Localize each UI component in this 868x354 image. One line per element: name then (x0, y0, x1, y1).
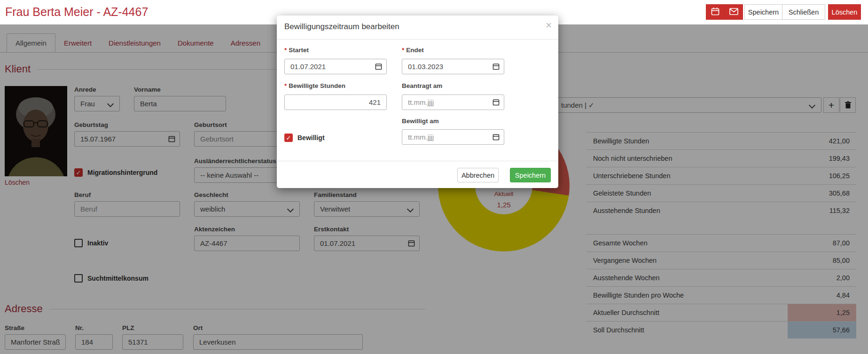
app-window: Frau Berta Meier - AZ-4467 Speichern Sch… (0, 0, 868, 354)
bewilligt-am-label: Bewilligt am (402, 118, 439, 125)
startet-field: 01.07.2021 (284, 59, 387, 74)
page-title: Frau Berta Meier - AZ-4467 (5, 5, 148, 19)
mail-button[interactable] (724, 4, 743, 20)
calendar-icon (493, 63, 500, 71)
checked-checkbox-icon: ✓ (284, 134, 293, 142)
endet-field: 01.03.2023 (402, 59, 504, 74)
bewilligt-am-date-input[interactable]: tt.mm.jjjj (402, 129, 504, 145)
startet-label: *Startet (284, 47, 309, 54)
dialog-save-button[interactable]: Speichern (510, 168, 551, 182)
beantragt-am-field: tt.mm.jjjj (402, 94, 504, 110)
endet-label: *Endet (402, 47, 424, 54)
calendar-button[interactable] (706, 4, 725, 20)
bewilligte-stunden-label: *Bewilligte Stunden (284, 82, 345, 89)
bewilligt-label: Bewilligt (297, 134, 325, 142)
calendar-icon (493, 134, 500, 142)
cancel-button[interactable]: Abbrechen (457, 168, 499, 182)
save-button[interactable]: Speichern (744, 4, 782, 20)
bewilligt-am-field: tt.mm.jjjj (402, 129, 504, 145)
delete-button[interactable]: Löschen (828, 4, 861, 20)
endet-date-input[interactable]: 01.03.2023 (402, 59, 504, 74)
mail-icon (729, 8, 738, 16)
dialog-title: Bewilligungszeitraum bearbeiten (284, 22, 399, 31)
calendar-icon (493, 99, 500, 107)
dialog-footer: Abbrechen Speichern (277, 161, 558, 189)
bewilligte-stunden-input[interactable] (284, 94, 387, 110)
beantragt-am-date-input[interactable]: tt.mm.jjjj (402, 94, 504, 110)
close-button[interactable]: Schließen (782, 4, 825, 20)
bewilligt-checkbox-row[interactable]: ✓ Bewilligt (284, 134, 325, 142)
calendar-icon (375, 63, 382, 71)
calendar-icon (711, 7, 719, 17)
edit-period-dialog: Bewilligungszeitraum bearbeiten × *Start… (277, 16, 558, 188)
beantragt-am-label: Beantragt am (402, 82, 442, 89)
bewilligte-stunden-field (284, 94, 387, 110)
dialog-header: Bewilligungszeitraum bearbeiten × (277, 16, 558, 39)
startet-date-input[interactable]: 01.07.2021 (284, 59, 387, 74)
close-icon[interactable]: × (546, 20, 552, 31)
